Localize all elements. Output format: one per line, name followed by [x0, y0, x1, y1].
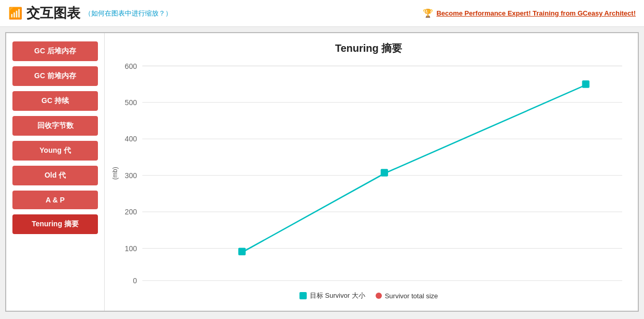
svg-rect-14 [238, 248, 246, 255]
chart-svg: 600 500 400 300 200 100 0 [121, 61, 627, 286]
svg-text:100: 100 [125, 244, 137, 253]
legend-color-red [376, 293, 382, 299]
svg-text:500: 500 [125, 98, 137, 107]
btn-tenuring-summary[interactable]: Tenuring 摘要 [12, 214, 98, 234]
header-right: 🏆 Become Performance Expert! Training fr… [423, 8, 636, 18]
zoom-help-link[interactable]: （如何在图表中进行缩放？） [84, 9, 172, 18]
legend-color-teal [299, 292, 307, 299]
btn-gc-duration[interactable]: GC 持续 [12, 91, 98, 111]
y-axis-label: (mb) [110, 61, 120, 286]
chart-area: Tenuring 摘要 (mb) 600 500 400 300 [105, 33, 638, 311]
svg-rect-15 [381, 169, 388, 177]
btn-young-gen[interactable]: Young 代 [12, 141, 98, 161]
svg-text:0: 0 [133, 277, 137, 285]
legend-label-survivor: Survivor total size [385, 292, 438, 300]
legend-label-target: 目标 Survivor 大小 [310, 291, 365, 300]
btn-old-gen[interactable]: Old 代 [12, 166, 98, 185]
promo-icon: 🏆 [423, 8, 433, 18]
btn-ap[interactable]: A & P [12, 191, 98, 209]
svg-text:200: 200 [125, 208, 137, 216]
legend-item-target: 目标 Survivor 大小 [299, 291, 365, 300]
chart-legend: 目标 Survivor 大小 Survivor total size [110, 291, 627, 300]
legend-item-survivor: Survivor total size [376, 292, 438, 300]
svg-text:300: 300 [125, 171, 137, 180]
svg-text:400: 400 [125, 135, 137, 143]
svg-text:600: 600 [125, 62, 137, 70]
page-title: 交互图表 [26, 4, 80, 22]
chart-inner: 600 500 400 300 200 100 0 [121, 61, 627, 286]
header-left: 📶 交互图表 （如何在图表中进行缩放？） [8, 4, 172, 22]
promo-link[interactable]: Become Performance Expert! Training from… [436, 9, 636, 17]
btn-gc-pre-heap[interactable]: GC 前堆内存 [12, 66, 98, 86]
chart-wrap: (mb) 600 500 400 300 200 [110, 61, 627, 286]
main-container: GC 后堆内存GC 前堆内存GC 持续回收字节数Young 代Old 代A & … [5, 32, 639, 312]
svg-rect-16 [582, 80, 589, 88]
sidebar: GC 后堆内存GC 前堆内存GC 持续回收字节数Young 代Old 代A & … [6, 33, 105, 311]
chart-icon: 📶 [8, 7, 22, 20]
header: 📶 交互图表 （如何在图表中进行缩放？） 🏆 Become Performanc… [0, 0, 644, 27]
chart-title: Tenuring 摘要 [110, 41, 627, 55]
btn-reclaimed-bytes[interactable]: 回收字节数 [12, 116, 98, 136]
btn-gc-post-heap[interactable]: GC 后堆内存 [12, 41, 98, 61]
